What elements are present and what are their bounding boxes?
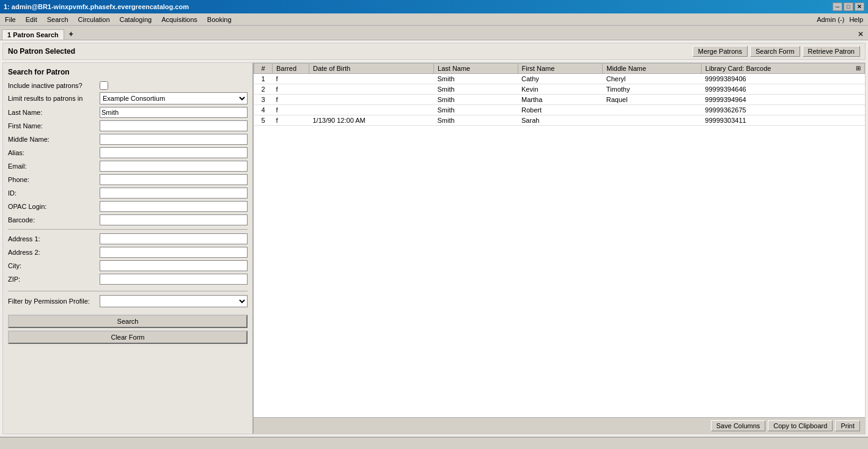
field-row-barcode: Barcode:: [8, 214, 248, 225]
cell-middle-name: [603, 115, 702, 126]
label-middle_name: Middle Name:: [8, 136, 100, 143]
input-barcode[interactable]: [100, 214, 248, 225]
field-row-middle_name: Middle Name:: [8, 134, 248, 145]
cell-num: 3: [254, 95, 273, 105]
permission-profile-row: Filter by Permission Profile:: [8, 295, 248, 307]
minimize-button[interactable]: ─: [833, 2, 842, 11]
cell-first-name: Martha: [518, 95, 603, 105]
status-bar: [0, 437, 868, 449]
cell-num: 1: [254, 74, 273, 84]
field-row-address2: Address 2:: [8, 247, 248, 258]
close-tab-button[interactable]: ✕: [855, 29, 866, 40]
cell-barcode: 99999362675: [701, 105, 864, 115]
cell-first-name: Kevin: [518, 84, 603, 95]
field-row-last_name: Last Name:: [8, 107, 248, 118]
label-city: City:: [8, 262, 100, 269]
print-button[interactable]: Print: [835, 420, 860, 431]
col-header-middle-name[interactable]: Middle Name: [603, 64, 702, 74]
results-table: # Barred Date of Birth Last Name First N…: [254, 63, 865, 417]
input-address2[interactable]: [100, 247, 248, 258]
cell-num: 4: [254, 105, 273, 115]
input-opac_login[interactable]: [100, 201, 248, 212]
input-address1[interactable]: [100, 233, 248, 244]
tab-patron-search[interactable]: 1 Patron Search: [2, 29, 64, 40]
label-alias: Alias:: [8, 149, 100, 156]
input-city[interactable]: [100, 260, 248, 271]
table-row[interactable]: 1 f Smith Cathy Cheryl 99999389406: [254, 74, 865, 84]
input-last_name[interactable]: [100, 107, 248, 118]
col-header-barred[interactable]: Barred: [273, 64, 309, 74]
search-fields: Last Name:First Name:Middle Name:Alias:E…: [8, 107, 248, 287]
col-header-num[interactable]: #: [254, 64, 273, 74]
menu-file[interactable]: File: [0, 15, 21, 24]
menu-cataloging[interactable]: Cataloging: [115, 15, 157, 24]
menu-circulation[interactable]: Circulation: [73, 15, 115, 24]
cell-barcode: 99999394646: [701, 84, 864, 95]
menu-edit[interactable]: Edit: [21, 15, 42, 24]
label-address1: Address 1:: [8, 235, 100, 243]
search-button[interactable]: Search: [8, 315, 248, 328]
merge-patrons-button[interactable]: Merge Patrons: [693, 46, 748, 57]
permission-profile-label: Filter by Permission Profile:: [8, 298, 100, 305]
cell-barcode: 99999389406: [701, 74, 864, 84]
cell-barred: f: [273, 115, 309, 126]
input-id[interactable]: [100, 188, 248, 199]
close-button[interactable]: ✕: [855, 2, 864, 11]
admin-label[interactable]: Admin (-): [817, 16, 844, 23]
search-form-button[interactable]: Search Form: [750, 46, 800, 57]
content-area: Search for Patron Include inactive patro…: [2, 62, 866, 434]
cell-middle-name: Cheryl: [603, 74, 702, 84]
patron-results-table: # Barred Date of Birth Last Name First N…: [254, 63, 865, 126]
table-row[interactable]: 2 f Smith Kevin Timothy 99999394646: [254, 84, 865, 95]
label-phone: Phone:: [8, 176, 100, 183]
copy-clipboard-button[interactable]: Copy to Clipboard: [768, 420, 833, 431]
maximize-button[interactable]: □: [844, 2, 853, 11]
col-header-barcode[interactable]: Library Card: Barcode ⊞: [701, 64, 864, 74]
menu-booking[interactable]: Booking: [202, 15, 237, 24]
col-header-last-name[interactable]: Last Name: [434, 64, 518, 74]
retrieve-patron-button[interactable]: Retrieve Patron: [803, 46, 860, 57]
permission-profile-select[interactable]: [100, 295, 248, 307]
input-phone[interactable]: [100, 174, 248, 185]
help-label[interactable]: Help: [849, 16, 863, 23]
menu-search[interactable]: Search: [42, 15, 73, 24]
tab-add-button[interactable]: +: [65, 29, 77, 40]
field-row-city: City:: [8, 260, 248, 271]
col-resize-icon: ⊞: [856, 65, 861, 71]
input-email[interactable]: [100, 161, 248, 172]
input-zip[interactable]: [100, 274, 248, 285]
search-panel-title: Search for Patron: [8, 68, 248, 76]
cell-dob: 1/13/90 12:00 AM: [309, 115, 434, 126]
label-id: ID:: [8, 189, 100, 197]
patron-status: No Patron Selected: [8, 47, 75, 56]
input-alias[interactable]: [100, 147, 248, 158]
table-row[interactable]: 3 f Smith Martha Raquel 99999394964: [254, 95, 865, 105]
field-row-opac_login: OPAC Login:: [8, 201, 248, 212]
input-first_name[interactable]: [100, 120, 248, 131]
save-columns-button[interactable]: Save Columns: [711, 420, 766, 431]
field-row-alias: Alias:: [8, 147, 248, 158]
cell-num: 5: [254, 115, 273, 126]
clear-form-button[interactable]: Clear Form: [8, 330, 248, 344]
consortium-select[interactable]: Example Consortium: [100, 92, 248, 104]
cell-last-name: Smith: [434, 95, 518, 105]
table-row[interactable]: 4 f Smith Robert 99999362675: [254, 105, 865, 115]
col-header-dob[interactable]: Date of Birth: [309, 64, 434, 74]
include-inactive-checkbox[interactable]: [100, 81, 108, 90]
table-row[interactable]: 5 f 1/13/90 12:00 AM Smith Sarah 9999930…: [254, 115, 865, 126]
cell-last-name: Smith: [434, 84, 518, 95]
cell-dob: [309, 74, 434, 84]
cell-barred: f: [273, 105, 309, 115]
menu-acquisitions[interactable]: Acquisitions: [156, 15, 202, 24]
col-header-first-name[interactable]: First Name: [518, 64, 603, 74]
cell-middle-name: Timothy: [603, 84, 702, 95]
input-middle_name[interactable]: [100, 134, 248, 145]
label-first_name: First Name:: [8, 122, 100, 130]
cell-middle-name: Raquel: [603, 95, 702, 105]
cell-dob: [309, 105, 434, 115]
label-barcode: Barcode:: [8, 216, 100, 224]
field-row-email: Email:: [8, 161, 248, 172]
window-controls[interactable]: ─ □ ✕: [833, 2, 864, 11]
title-bar: 1: admin@BR1-winxpvmfx.phasefx.evergreen…: [0, 0, 868, 13]
cell-first-name: Cathy: [518, 74, 603, 84]
